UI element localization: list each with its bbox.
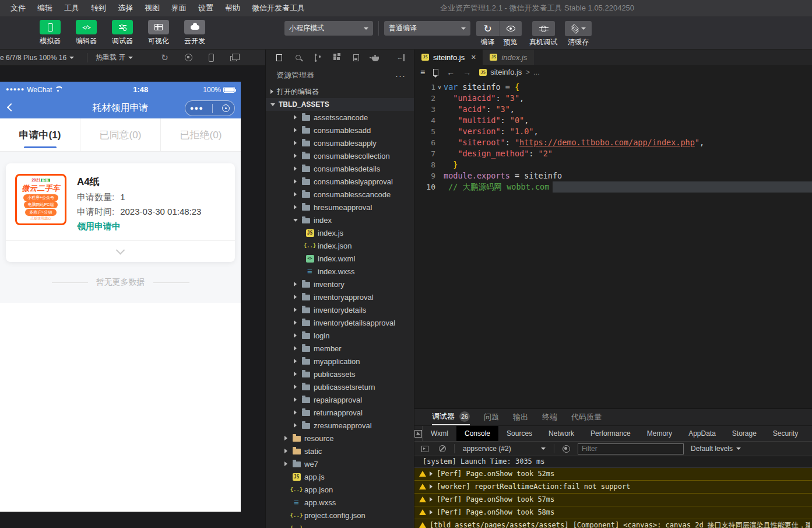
console-message[interactable]: [system] Launch Time: 3035 ms bbox=[414, 456, 812, 468]
devtools-tab-Wxml[interactable]: Wxml bbox=[423, 426, 456, 441]
project-root-section[interactable]: TBLD_ASSETS bbox=[266, 98, 414, 111]
devtools-tab-Performance[interactable]: Performance bbox=[582, 426, 639, 441]
tree-item[interactable]: repairapproval bbox=[266, 393, 414, 406]
tree-item[interactable]: hresumeapproval bbox=[266, 201, 414, 214]
preview-button[interactable] bbox=[499, 21, 522, 36]
console-message[interactable]: [Perf] Page.onShow took 58ms bbox=[414, 506, 812, 519]
detach-window-icon[interactable] bbox=[230, 56, 237, 61]
menu-item[interactable]: 界面 bbox=[167, 2, 191, 15]
tab-已拒绝(0)[interactable]: 已拒绝(0) bbox=[160, 118, 241, 151]
code-editor[interactable]: 1∨var siteinfo = {2 "uniacid": "3",3 "ac… bbox=[414, 79, 812, 408]
menu-item[interactable]: 帮助 bbox=[220, 2, 245, 15]
panel-tab-调试器[interactable]: 调试器26 bbox=[432, 409, 470, 425]
panel-button-sliders[interactable]: 调试器 bbox=[108, 20, 136, 46]
tree-item[interactable]: publicassetsreturn bbox=[266, 380, 414, 393]
tree-item[interactable]: consumablesapply bbox=[266, 137, 414, 149]
tree-item[interactable]: publicassets bbox=[266, 368, 414, 380]
tree-item[interactable]: index bbox=[266, 214, 414, 226]
panel-button-cloud[interactable]: 云开发 bbox=[181, 20, 209, 46]
compile-mode-select[interactable]: 普通编译 bbox=[384, 21, 470, 36]
tree-item[interactable]: {..}index.json bbox=[266, 239, 414, 252]
devtools-tab-Security[interactable]: Security bbox=[765, 426, 806, 441]
devtools-tab-Network[interactable]: Network bbox=[540, 426, 582, 441]
breadcrumb-file[interactable]: siteinfo.js bbox=[490, 68, 522, 76]
more-dots-icon[interactable]: ●●● bbox=[190, 104, 203, 111]
expand-card-button[interactable] bbox=[6, 241, 235, 262]
code-line[interactable]: 1∨var siteinfo = { bbox=[414, 82, 812, 93]
tree-item[interactable]: inventoryapproval bbox=[266, 291, 414, 303]
expand-chevron-icon[interactable] bbox=[430, 484, 433, 489]
show-sidebar-button[interactable] bbox=[419, 446, 431, 452]
tree-item[interactable]: JSindex.js bbox=[266, 226, 414, 239]
tree-item[interactable]: consumableslyapproval bbox=[266, 175, 414, 188]
tree-item[interactable]: JSapp.js bbox=[266, 470, 414, 483]
more-actions-icon[interactable]: ··· bbox=[395, 71, 406, 81]
tree-item[interactable]: returnapproval bbox=[266, 406, 414, 419]
menu-item[interactable]: 选择 bbox=[113, 2, 138, 15]
file-manager-button[interactable] bbox=[346, 50, 365, 65]
tree-item[interactable]: we7 bbox=[266, 457, 414, 470]
panel-button-phone[interactable]: 模拟器 bbox=[36, 20, 64, 46]
tree-item[interactable]: zresumeapproval bbox=[266, 419, 414, 432]
menu-item[interactable]: 视图 bbox=[140, 2, 164, 15]
menu-item[interactable]: 编辑 bbox=[33, 2, 57, 15]
devtools-tab-Storage[interactable]: Storage bbox=[724, 426, 765, 441]
menu-item[interactable]: 微信开发者工具 bbox=[247, 2, 310, 15]
tree-item[interactable]: {..}project.config.json bbox=[266, 509, 414, 522]
back-button[interactable] bbox=[7, 103, 15, 111]
code-line[interactable]: 4 "multiid": "0", bbox=[414, 115, 812, 126]
panel-button-code[interactable]: </>编辑器 bbox=[72, 20, 100, 46]
panel-tab-代码质量[interactable]: 代码质量 bbox=[571, 409, 602, 425]
remote-debug-button[interactable] bbox=[532, 21, 555, 36]
tree-item[interactable]: inventorydetails bbox=[266, 303, 414, 316]
extensions-button[interactable] bbox=[327, 50, 346, 65]
compile-button[interactable]: ↻ bbox=[476, 21, 499, 36]
tree-item[interactable]: consumablescollection bbox=[266, 149, 414, 162]
tree-item[interactable]: consumablesscancode bbox=[266, 188, 414, 201]
panel-tab-输出[interactable]: 输出 bbox=[513, 409, 528, 425]
bookmark-icon[interactable] bbox=[433, 69, 438, 76]
tree-item[interactable]: myapplication bbox=[266, 355, 414, 368]
context-select[interactable]: appservice (#2) bbox=[461, 445, 548, 453]
editor-tab-index.js[interactable]: JSindex.js bbox=[483, 50, 534, 65]
tree-item[interactable]: static bbox=[266, 445, 414, 457]
editor-tab-siteinfo.js[interactable]: JSsiteinfo.js× bbox=[414, 50, 483, 65]
hot-reload-toggle[interactable]: 热重载 开 bbox=[96, 53, 133, 62]
collapse-sidebar-button[interactable] bbox=[391, 50, 410, 65]
tree-item[interactable]: consumablesadd bbox=[266, 124, 414, 137]
console-message[interactable]: [Perf] Page.onShow took 52ms bbox=[414, 468, 812, 481]
console-message[interactable]: [Perf] Page.onShow took 57ms bbox=[414, 494, 812, 506]
filter-input[interactable] bbox=[578, 443, 684, 454]
tree-item[interactable]: {..}app.json bbox=[266, 483, 414, 496]
code-line[interactable]: 8 } bbox=[414, 159, 812, 170]
menu-item[interactable]: 工具 bbox=[59, 2, 84, 15]
refresh-icon[interactable]: ↻ bbox=[161, 53, 168, 63]
close-icon[interactable]: × bbox=[471, 53, 476, 62]
phone-icon[interactable] bbox=[209, 54, 214, 62]
expand-chevron-icon[interactable] bbox=[430, 497, 433, 502]
tree-item[interactable]: login bbox=[266, 329, 414, 342]
record-icon[interactable] bbox=[185, 54, 192, 61]
application-card[interactable]: 2021新版 微云二手车 小程序+公众号 电脑网站PC端 多商户+分销 正版使用… bbox=[6, 163, 235, 262]
clear-cache-button[interactable] bbox=[565, 21, 592, 36]
tree-item[interactable]: inventorydetailsapproval bbox=[266, 316, 414, 329]
panel-tab-终端[interactable]: 终端 bbox=[542, 409, 557, 425]
expand-chevron-icon[interactable] bbox=[430, 510, 433, 515]
open-editors-section[interactable]: 打开的编辑器 bbox=[266, 85, 414, 98]
log-levels-select[interactable]: Default levels bbox=[691, 445, 741, 453]
tree-item[interactable]: inventory bbox=[266, 278, 414, 291]
code-line[interactable]: 10 // 大鹏源码网 wobbt.com bbox=[414, 181, 812, 193]
breadcrumb-more[interactable]: ... bbox=[533, 68, 540, 76]
code-line[interactable]: 2 "uniacid": "3", bbox=[414, 93, 812, 104]
clear-console-button[interactable] bbox=[437, 445, 448, 452]
menu-item[interactable]: 转到 bbox=[86, 2, 111, 15]
inspect-element-button[interactable] bbox=[414, 426, 423, 441]
eye-button[interactable] bbox=[560, 445, 572, 453]
device-select[interactable]: e 6/7/8 Plus 100% 16 bbox=[0, 54, 79, 62]
code-line[interactable]: 6 "siteroot": "https://demo.ttbobo.com/a… bbox=[414, 137, 812, 148]
devtools-tab-Console[interactable]: Console bbox=[456, 426, 498, 441]
devtools-tab-Sources[interactable]: Sources bbox=[498, 426, 540, 441]
tree-item[interactable]: member bbox=[266, 342, 414, 355]
tree-item[interactable]: consumablesdetails bbox=[266, 162, 414, 175]
menu-item[interactable]: 文件 bbox=[6, 2, 30, 15]
